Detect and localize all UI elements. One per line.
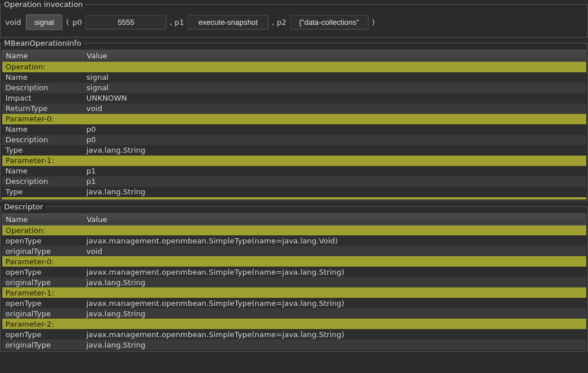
table-row[interactable]: originalTypejava.lang.String (2, 308, 586, 319)
p1-input[interactable] (188, 15, 269, 29)
table-row[interactable]: openTypejavax.management.openmbean.Simpl… (2, 329, 586, 339)
mbean-table: Name Value Operation: Namesignal Descrip… (2, 50, 586, 197)
operation-invocation-legend: Operation invocation (2, 0, 85, 9)
table-row[interactable]: originalTypejava.lang.String (2, 277, 586, 287)
section-parameter-0[interactable]: Parameter-0: (2, 256, 586, 267)
mbean-operation-info-panel: MBeanOperationInfo Name Value Operation:… (0, 39, 588, 201)
header-name[interactable]: Name (2, 50, 83, 62)
table-row[interactable]: Namep1 (2, 166, 586, 176)
table-header-row: Name Value (2, 213, 586, 225)
section-parameter-2[interactable]: Parameter-2: (2, 319, 586, 329)
p2-label: , p2 (272, 18, 286, 27)
section-operation[interactable]: Operation: (2, 225, 586, 235)
return-type-label: void (5, 18, 21, 27)
table-row[interactable]: originalTypejava.lang.String (2, 339, 586, 350)
section-parameter-1[interactable]: Parameter-1: (2, 156, 586, 166)
descriptor-panel: Descriptor Name Value Operation: openTyp… (0, 202, 588, 352)
p1-label: , p1 (170, 18, 184, 27)
header-value[interactable]: Value (83, 50, 586, 62)
descriptor-table: Name Value Operation: openTypejavax.mana… (2, 213, 586, 350)
invocation-row: void signal ( p0 , p1 , p2 ) (2, 11, 586, 36)
section-parameter-1[interactable]: Parameter-1: (2, 287, 586, 298)
table-row[interactable]: Typejava.lang.String (2, 187, 586, 197)
table-row[interactable]: Namesignal (2, 72, 586, 83)
operation-invocation-panel: Operation invocation void signal ( p0 , … (0, 0, 588, 38)
descriptor-legend: Descriptor (2, 202, 46, 211)
mbean-legend: MBeanOperationInfo (2, 39, 84, 47)
table-row[interactable]: openTypejavax.management.openmbean.Simpl… (2, 298, 586, 308)
section-parameter-2-cutoff[interactable]: Parameter-2: (2, 197, 586, 200)
table-row[interactable]: Descriptionp0 (2, 135, 586, 145)
open-paren: ( (66, 18, 69, 27)
table-row[interactable]: originalTypevoid (2, 246, 586, 256)
p0-label: p0 (73, 18, 83, 27)
header-value[interactable]: Value (83, 213, 586, 225)
section-parameter-0[interactable]: Parameter-0: (2, 114, 586, 124)
table-row[interactable]: Descriptionp1 (2, 176, 586, 187)
table-row[interactable]: Namep0 (2, 124, 586, 135)
close-paren: ) (372, 18, 375, 27)
signal-button[interactable]: signal (26, 14, 63, 30)
table-row[interactable]: Descriptionsignal (2, 83, 586, 93)
p0-input[interactable] (85, 15, 166, 29)
table-row[interactable]: openTypejavax.management.openmbean.Simpl… (2, 267, 586, 277)
table-row[interactable]: ImpactUNKNOWN (2, 93, 586, 104)
table-row[interactable]: openTypejavax.management.openmbean.Simpl… (2, 235, 586, 246)
p2-input[interactable] (290, 15, 369, 29)
table-header-row: Name Value (2, 50, 586, 62)
section-operation[interactable]: Operation: (2, 62, 586, 72)
table-row[interactable]: Typejava.lang.String (2, 145, 586, 156)
table-row[interactable]: ReturnTypevoid (2, 104, 586, 114)
header-name[interactable]: Name (2, 213, 83, 225)
